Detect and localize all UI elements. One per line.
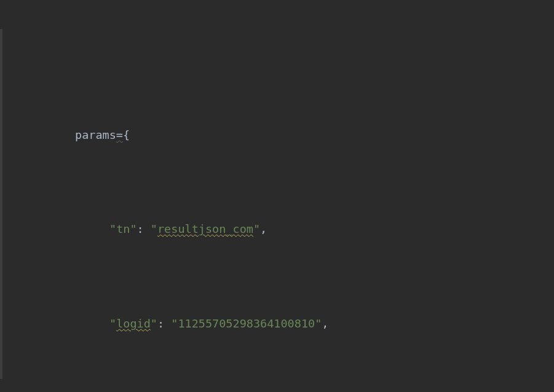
line-tn: "tn": "resultjson_com",: [0, 218, 554, 241]
code-editor[interactable]: params={ "tn": "resultjson_com", "logid"…: [0, 0, 554, 392]
brace-open: {: [123, 128, 130, 141]
identifier-params: params: [75, 128, 116, 141]
line-logid: "logid": "11255705298364100810",: [0, 312, 554, 335]
line-params: params={: [0, 123, 554, 147]
gutter-marker: [0, 29, 2, 379]
assign-op: =: [116, 128, 123, 141]
val-tn: resultjson_com: [157, 222, 253, 235]
val-logid: "11255705298364100810": [171, 317, 322, 330]
comma: ,: [260, 222, 267, 235]
key-tn: "tn": [109, 222, 137, 235]
key-logid: logid: [116, 317, 151, 330]
